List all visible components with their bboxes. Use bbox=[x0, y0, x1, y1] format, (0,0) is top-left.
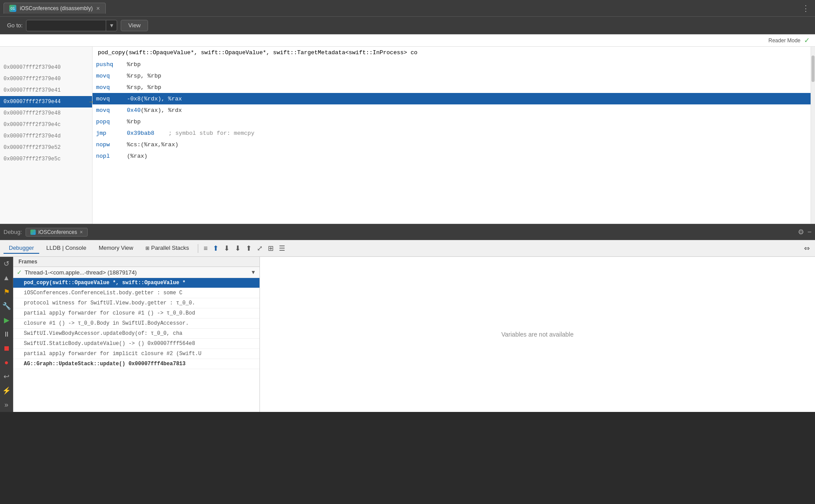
instr-6: jmp bbox=[96, 130, 127, 137]
frame-label-8: AG::Graph::UpdateStack::update() 0x00007… bbox=[24, 361, 185, 367]
instr-cell-4: movq 0x40(%rax), %rdx bbox=[93, 107, 185, 114]
parallel-stacks-icon: ⊞ bbox=[145, 245, 149, 251]
debug-header: Debug: iOSConferences × ⚙ − bbox=[0, 224, 815, 240]
view-button[interactable]: View bbox=[121, 20, 148, 31]
debug-minimize-icon[interactable]: − bbox=[808, 228, 811, 236]
instr-cell-7: nopw %cs:(%rax,%rax) bbox=[93, 141, 182, 148]
debug-panel: Debug: iOSConferences × ⚙ − Debugger LLD… bbox=[0, 224, 815, 412]
toolbar-separator-1 bbox=[198, 244, 198, 253]
scrollbar-thumb bbox=[811, 56, 815, 82]
sidebar-breakpoint-icon[interactable]: ● bbox=[4, 359, 9, 366]
tab-memory-view[interactable]: Memory View bbox=[93, 243, 139, 254]
step-over-btn[interactable]: ⬆ bbox=[211, 243, 220, 253]
addr-row-2: 0x00007fff2f379e41 bbox=[0, 85, 92, 96]
address-column: 0x00007fff2f379e40 0x00007fff2f379e40 0x… bbox=[0, 47, 93, 224]
tab-parallel-stacks[interactable]: ⊞ Parallel Stacks bbox=[140, 243, 194, 254]
sidebar-pause-icon[interactable]: ⏸ bbox=[3, 331, 10, 338]
disassembly-content: 0x00007fff2f379e40 0x00007fff2f379e40 0x… bbox=[0, 47, 815, 224]
sidebar-more-icon[interactable]: » bbox=[4, 401, 8, 408]
frame-item-5[interactable]: SwiftUI.ViewBodyAccessor.updateBody(of: … bbox=[13, 329, 259, 339]
debug-gear-icon[interactable]: ⚙ bbox=[798, 228, 804, 236]
sidebar-wrench-icon[interactable]: 🔧 bbox=[2, 303, 11, 310]
disassembly-scrollbar[interactable] bbox=[811, 47, 815, 224]
jump-btn[interactable]: ⤢ bbox=[255, 243, 264, 253]
step-into-btn[interactable]: ⬇ bbox=[222, 243, 231, 253]
instr-cell-0: pushq %rbp bbox=[93, 61, 144, 68]
frame-item-3[interactable]: partial apply forwarder for closure #1 (… bbox=[13, 308, 259, 319]
debug-label: Debug: bbox=[4, 229, 22, 235]
addr-row-8: 0x00007fff2f379e5c bbox=[0, 153, 92, 165]
instr-cell-5: popq %rbp bbox=[93, 119, 144, 125]
expand-btn[interactable]: ⇔ bbox=[802, 243, 811, 253]
debug-session-tab[interactable]: iOSConferences × bbox=[26, 228, 88, 237]
step-out-btn[interactable]: ⬇ bbox=[233, 243, 242, 253]
instr-cell-8: nopl (%rax) bbox=[93, 153, 151, 159]
reader-mode-bar: Reader Mode ✓ bbox=[0, 34, 815, 47]
hex-operand-4: 0x40 bbox=[127, 107, 141, 114]
variables-empty-message: Variables are not available bbox=[501, 331, 574, 338]
goto-input[interactable] bbox=[26, 22, 106, 29]
continue-btn[interactable]: ⬆ bbox=[244, 243, 253, 253]
frame-item-8[interactable]: AG::Graph::UpdateStack::update() 0x00007… bbox=[13, 359, 259, 369]
debug-session-close[interactable]: × bbox=[80, 229, 83, 235]
frames-header: Frames bbox=[13, 257, 259, 267]
instr-3: movq bbox=[96, 96, 127, 102]
debug-left-sidebar: ↺ ▲ ⚑ 🔧 ▶ ⏸ ⏹ ● ↩ ⚡ » bbox=[0, 257, 13, 412]
sidebar-play-icon[interactable]: ▶ bbox=[4, 317, 9, 324]
frame-item-6[interactable]: SwiftUI.StaticBody.updateValue() -> () 0… bbox=[13, 339, 259, 349]
instr-row-8: nopl (%rax) bbox=[93, 150, 811, 162]
sidebar-refresh-icon[interactable]: ↺ bbox=[4, 260, 9, 267]
frame-item-4[interactable]: closure #1 () -> τ_0_0.Body in SwiftUI.B… bbox=[13, 319, 259, 329]
addr-7: 0x00007fff2f379e52 bbox=[0, 145, 86, 151]
reader-mode-checkmark[interactable]: ✓ bbox=[804, 36, 810, 44]
thread-item[interactable]: ✓ Thread-1-<com.apple...-thread> (188791… bbox=[13, 267, 259, 278]
instr-7: nopw bbox=[96, 141, 127, 148]
tab-close-button[interactable]: × bbox=[96, 5, 100, 11]
titlebar-menu-icon[interactable]: ⋮ bbox=[800, 4, 811, 13]
frame-item-7[interactable]: partial apply forwarder for implicit clo… bbox=[13, 349, 259, 359]
debug-toolbar: Debugger LLDB | Console Memory View ⊞ Pa… bbox=[0, 240, 815, 257]
frame-label-2: protocol witness for SwiftUI.View.body.g… bbox=[24, 300, 195, 306]
instr-row-6: jmp 0x39bab8 ; symbol stub for: memcpy bbox=[93, 127, 811, 139]
filter-icon-btn[interactable]: ≡ bbox=[202, 244, 209, 253]
tab-debugger[interactable]: Debugger bbox=[4, 243, 39, 254]
frame-item-2[interactable]: protocol witness for SwiftUI.View.body.g… bbox=[13, 298, 259, 308]
instr-5: popq bbox=[96, 119, 127, 125]
operands-7: %cs:(%rax,%rax) bbox=[127, 141, 178, 148]
list-view-btn[interactable]: ☰ bbox=[277, 243, 287, 253]
grid-view-btn[interactable]: ⊞ bbox=[266, 243, 275, 253]
frame-label-6: SwiftUI.StaticBody.updateValue() -> () 0… bbox=[24, 341, 195, 347]
frame-item-1[interactable]: iOSConferences.ConferenceList.body.gette… bbox=[13, 288, 259, 298]
sidebar-lightning-icon[interactable]: ⚡ bbox=[2, 387, 11, 394]
goto-dropdown-button[interactable]: ▼ bbox=[106, 20, 117, 31]
disassembly-tab[interactable]: 01 iOSConferences (disassembly) × bbox=[4, 3, 106, 14]
variables-panel: Variables are not available bbox=[260, 257, 815, 412]
addr-row-4: 0x00007fff2f379e48 bbox=[0, 107, 92, 119]
sidebar-return-icon[interactable]: ↩ bbox=[4, 373, 9, 380]
instr-cell-2: movq %rsp, %rbp bbox=[93, 84, 165, 91]
addr-row-0: 0x00007fff2f379e40 bbox=[0, 62, 92, 73]
title-bar: 01 iOSConferences (disassembly) × ⋮ bbox=[0, 0, 815, 17]
thread-expand-icon[interactable]: ▼ bbox=[251, 269, 256, 275]
instr-cell-1: movq %rsp, %rbp bbox=[93, 73, 165, 79]
frames-list: ✓ Thread-1-<com.apple...-thread> (188791… bbox=[13, 267, 259, 412]
instr-row-7: nopw %cs:(%rax,%rax) bbox=[93, 139, 811, 150]
operands-2: %rsp, %rbp bbox=[127, 84, 161, 91]
sidebar-flag-icon[interactable]: ⚑ bbox=[4, 289, 10, 296]
sidebar-stop-icon[interactable]: ⏹ bbox=[3, 345, 10, 352]
instr-2: movq bbox=[96, 84, 127, 91]
debug-session-label: iOSConferences bbox=[38, 229, 77, 235]
addr-6: 0x00007fff2f379e4d bbox=[0, 133, 86, 139]
goto-input-wrapper: ▼ bbox=[26, 20, 117, 31]
tab-lldb-console[interactable]: LLDB | Console bbox=[41, 243, 92, 254]
instr-1: movq bbox=[96, 73, 127, 79]
operands-0: %rbp bbox=[127, 61, 141, 68]
addr-3: 0x00007fff2f379e44 bbox=[0, 99, 86, 105]
sidebar-up-icon[interactable]: ▲ bbox=[3, 274, 10, 282]
frame-item-0[interactable]: pod_copy(swift::OpaqueValue *, swift::Op… bbox=[13, 278, 259, 288]
debug-content: ↺ ▲ ⚑ 🔧 ▶ ⏸ ⏹ ● ↩ ⚡ » Frames ✓ Thread-1-… bbox=[0, 257, 815, 412]
instr-row-2: movq %rsp, %rbp bbox=[93, 82, 811, 93]
disassembly-area: Reader Mode ✓ 0x00007fff2f379e40 0x00007… bbox=[0, 34, 815, 224]
addr-0: 0x00007fff2f379e40 bbox=[0, 64, 86, 70]
instr-cell-6: jmp 0x39bab8 ; symbol stub for: memcpy bbox=[93, 130, 258, 137]
